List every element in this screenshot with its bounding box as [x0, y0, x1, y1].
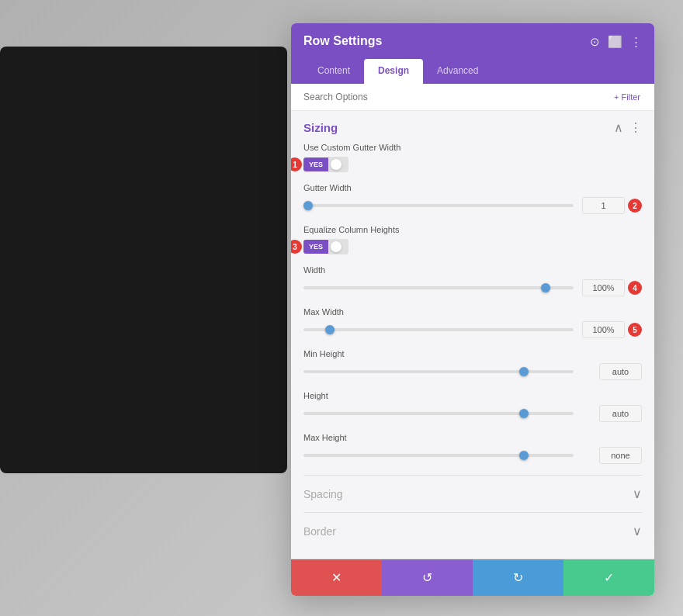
- badge-5: 5: [628, 323, 642, 337]
- toggle-switch-1[interactable]: [328, 157, 348, 172]
- slider-row-gutter: 1 2: [303, 197, 642, 214]
- panel-title: Row Settings: [303, 34, 382, 48]
- tab-advanced[interactable]: Advanced: [423, 59, 492, 84]
- slider-min-height[interactable]: [303, 370, 574, 373]
- label-max-height: Max Height: [303, 433, 642, 442]
- label-width: Width: [303, 265, 642, 275]
- sizing-title: Sizing: [303, 121, 338, 134]
- value-height[interactable]: auto: [599, 405, 642, 422]
- value-wrap-max-height: none: [580, 447, 642, 464]
- more-icon[interactable]: ⋮: [630, 36, 642, 47]
- value-min-height[interactable]: auto: [599, 363, 642, 380]
- columns-icon[interactable]: ⬜: [608, 36, 622, 47]
- undo-button[interactable]: ↺: [382, 559, 473, 596]
- slider-row-max-width: 100% 5: [303, 321, 642, 338]
- slider-row-width: 100% 4: [303, 279, 642, 296]
- setting-height: Height auto: [303, 391, 642, 422]
- slider-row-height: auto: [303, 405, 642, 422]
- value-wrap-height: auto: [580, 405, 642, 422]
- setting-max-height: Max Height none: [303, 433, 642, 464]
- header-icons: ⊙ ⬜ ⋮: [590, 36, 642, 47]
- slider-dot-width: [541, 283, 550, 292]
- slider-row-max-height: none: [303, 447, 642, 464]
- search-input[interactable]: [299, 84, 608, 110]
- label-gutter-width: Gutter Width: [303, 183, 642, 192]
- value-wrap-width: 100% 4: [580, 279, 642, 296]
- toggle-yes-label-2: YES: [303, 240, 328, 254]
- badge-1: 1: [291, 157, 302, 171]
- badge-4: 4: [628, 281, 642, 295]
- label-equalize-col-heights: Equalize Column Heights: [303, 225, 642, 234]
- control-use-custom-gutter: 1 YES: [303, 157, 642, 172]
- slider-max-width[interactable]: [303, 328, 574, 331]
- panel-content: Sizing ∧ ⋮ Use Custom Gutter Width 1 YES: [291, 111, 654, 559]
- setting-width: Width 100% 4: [303, 265, 642, 296]
- badge-3: 3: [291, 240, 302, 254]
- sizing-section-header: Sizing ∧ ⋮: [303, 120, 642, 135]
- filter-button[interactable]: + Filter: [608, 89, 647, 105]
- section-collapse-icon[interactable]: ∧: [614, 120, 623, 135]
- setting-equalize-col-heights: Equalize Column Heights 3 YES: [303, 225, 642, 254]
- spacing-title: Spacing: [303, 488, 343, 500]
- search-bar: + Filter: [291, 84, 654, 111]
- setting-use-custom-gutter: Use Custom Gutter Width 1 YES: [303, 143, 642, 172]
- toggle-knob-1: [331, 159, 342, 170]
- panel-header: Row Settings ⊙ ⬜ ⋮: [291, 23, 654, 59]
- value-max-height[interactable]: none: [599, 447, 642, 464]
- border-title: Border: [303, 525, 336, 538]
- setting-max-width: Max Width 100% 5: [303, 307, 642, 338]
- slider-dot-gutter: [303, 201, 313, 210]
- sizing-section: Sizing ∧ ⋮ Use Custom Gutter Width 1 YES: [303, 120, 642, 464]
- row-settings-panel: Row Settings ⊙ ⬜ ⋮ Content Design Advanc…: [291, 23, 654, 596]
- panel-footer: ✕ ↺ ↻ ✓: [291, 559, 654, 596]
- value-width[interactable]: 100%: [582, 279, 625, 296]
- tab-design[interactable]: Design: [364, 59, 423, 84]
- cancel-button[interactable]: ✕: [291, 559, 382, 596]
- border-section[interactable]: Border ∨: [303, 512, 642, 549]
- setting-min-height: Min Height auto: [303, 349, 642, 380]
- panel-tabs: Content Design Advanced: [291, 59, 654, 84]
- slider-dot-max-width: [325, 325, 335, 334]
- slider-row-min-height: auto: [303, 363, 642, 380]
- toggle-yes-label: YES: [303, 157, 328, 171]
- section-more-icon[interactable]: ⋮: [629, 120, 642, 135]
- value-wrap-gutter: 1 2: [580, 197, 642, 214]
- tab-content[interactable]: Content: [303, 59, 364, 84]
- redo-button[interactable]: ↻: [473, 559, 563, 596]
- value-gutter-width[interactable]: 1: [582, 197, 625, 214]
- badge-2: 2: [628, 199, 642, 213]
- slider-dot-min-height: [519, 367, 529, 376]
- toggle-switch-3[interactable]: [328, 239, 348, 254]
- setting-gutter-width: Gutter Width 1 2: [303, 183, 642, 214]
- label-height: Height: [303, 391, 642, 400]
- label-max-width: Max Width: [303, 307, 642, 317]
- border-chevron-icon: ∨: [633, 524, 642, 538]
- slider-dot-height: [519, 409, 529, 418]
- toggle-knob-3: [331, 241, 342, 252]
- value-wrap-max-width: 100% 5: [580, 321, 642, 338]
- value-wrap-min-height: auto: [580, 363, 642, 380]
- toggle-use-custom-gutter[interactable]: 1 YES: [303, 157, 348, 172]
- slider-height[interactable]: [303, 412, 574, 415]
- label-min-height: Min Height: [303, 349, 642, 358]
- spacing-section[interactable]: Spacing ∨: [303, 475, 642, 512]
- label-use-custom-gutter: Use Custom Gutter Width: [303, 143, 642, 152]
- slider-width[interactable]: [303, 286, 574, 289]
- slider-dot-max-height: [519, 451, 529, 460]
- monitor-display: [0, 47, 287, 473]
- slider-max-height[interactable]: [303, 454, 574, 457]
- save-button[interactable]: ✓: [563, 559, 654, 596]
- settings-icon[interactable]: ⊙: [590, 36, 600, 47]
- section-controls: ∧ ⋮: [614, 120, 642, 135]
- spacing-chevron-icon: ∨: [633, 486, 642, 501]
- toggle-equalize-col-heights[interactable]: 3 YES: [303, 239, 348, 254]
- slider-gutter-width[interactable]: [303, 204, 574, 207]
- control-equalize-col-heights: 3 YES: [303, 239, 642, 254]
- value-max-width[interactable]: 100%: [582, 321, 625, 338]
